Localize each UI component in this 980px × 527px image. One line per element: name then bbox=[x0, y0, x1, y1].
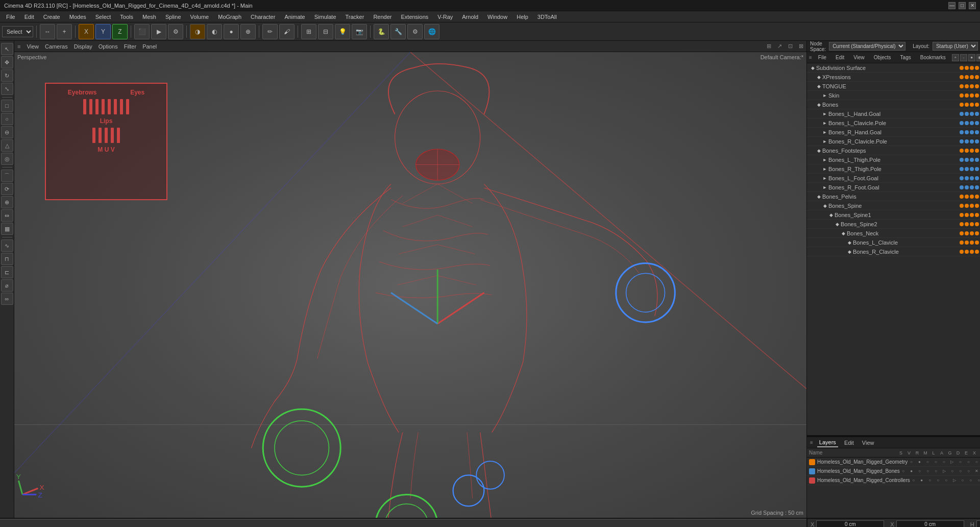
sweep-btn[interactable]: ∞ bbox=[1, 293, 13, 305]
tree-dot[interactable] bbox=[970, 84, 974, 88]
tree-dot[interactable] bbox=[975, 149, 979, 153]
menu-item-simulate[interactable]: Simulate bbox=[310, 13, 340, 21]
menu-item-window[interactable]: Window bbox=[483, 13, 511, 21]
layer-row[interactable]: Homeless_Old_Man_Rigged_Geometry○●○○○▷○○… bbox=[807, 458, 980, 467]
layer-icon-7[interactable]: ○ bbox=[965, 459, 972, 466]
move-tool-btn[interactable]: ↔ bbox=[40, 24, 55, 39]
tree-dot[interactable] bbox=[960, 176, 964, 180]
tree-dot[interactable] bbox=[960, 121, 964, 125]
layer-icon-8[interactable]: ○ bbox=[975, 477, 980, 484]
tree-dot[interactable] bbox=[970, 176, 974, 180]
play-btn[interactable]: ▶ bbox=[151, 24, 166, 39]
tree-dot[interactable] bbox=[965, 231, 969, 235]
menu-item-edit[interactable]: Edit bbox=[20, 13, 38, 21]
rp-icon-4[interactable]: ◉ bbox=[976, 54, 980, 61]
tree-item[interactable]: ◆Bones_R_Clavicle bbox=[807, 247, 980, 256]
rig-slider-8[interactable] bbox=[126, 99, 129, 114]
array-btn[interactable]: ▦ bbox=[1, 223, 13, 235]
menu-item-create[interactable]: Create bbox=[39, 13, 64, 21]
x2-pos-input[interactable] bbox=[896, 520, 964, 528]
tree-dot[interactable] bbox=[965, 204, 969, 208]
tree-item[interactable]: ◆Bones_Spine bbox=[807, 201, 980, 210]
tree-dot[interactable] bbox=[975, 66, 979, 70]
tree-dot[interactable] bbox=[960, 103, 964, 107]
sphere-btn[interactable]: ○ bbox=[1, 113, 13, 125]
tree-dot[interactable] bbox=[965, 149, 969, 153]
tree-item[interactable]: ►Bones_L_Clavicle.Pole bbox=[807, 118, 980, 128]
tree-dot[interactable] bbox=[970, 231, 974, 235]
layer-row[interactable]: Homeless_Old_Man_Rigged_Controllers○●○○○… bbox=[807, 476, 980, 485]
tree-item[interactable]: ►Skin bbox=[807, 91, 980, 100]
tree-dot[interactable] bbox=[960, 231, 964, 235]
add-btn[interactable]: + bbox=[57, 24, 72, 39]
view-menu[interactable]: View bbox=[27, 43, 39, 50]
menu-item-file[interactable]: File bbox=[2, 13, 19, 21]
py1-btn[interactable]: 🐍 bbox=[374, 24, 389, 39]
tree-dot[interactable] bbox=[965, 103, 969, 107]
tree-dot[interactable] bbox=[970, 250, 974, 254]
layer-icon-0[interactable]: ○ bbox=[900, 468, 907, 475]
tree-dot[interactable] bbox=[960, 93, 964, 98]
obj2-btn[interactable]: ◐ bbox=[207, 24, 222, 39]
menu-item-tools[interactable]: Tools bbox=[116, 13, 137, 21]
tree-dot[interactable] bbox=[975, 231, 979, 235]
rig-slider-7[interactable] bbox=[120, 99, 123, 114]
tree-dot[interactable] bbox=[975, 139, 979, 143]
tree-dot[interactable] bbox=[965, 195, 969, 199]
settings-btn[interactable]: ⚙ bbox=[168, 24, 183, 39]
rp-icon-3[interactable]: ● bbox=[968, 54, 975, 61]
obj3-btn[interactable]: ● bbox=[224, 24, 239, 39]
tree-dot[interactable] bbox=[965, 250, 969, 254]
tree-dot[interactable] bbox=[975, 121, 979, 125]
node-space-select[interactable]: Current (Standard/Physical) bbox=[829, 42, 905, 51]
globe-btn[interactable]: 🌐 bbox=[424, 24, 439, 39]
tree-dot[interactable] bbox=[960, 213, 964, 217]
cam-btn[interactable]: 📷 bbox=[352, 24, 367, 39]
tree-dot[interactable] bbox=[975, 204, 979, 208]
bend-btn[interactable]: ⌒ bbox=[1, 170, 13, 182]
tree-dot[interactable] bbox=[970, 213, 974, 217]
disk-btn[interactable]: ◎ bbox=[1, 153, 13, 165]
tab-view[interactable]: View bbox=[849, 54, 869, 61]
rp-icon-1[interactable]: + bbox=[952, 54, 959, 61]
timeline-track[interactable] bbox=[0, 519, 806, 527]
tree-dot[interactable] bbox=[960, 158, 964, 162]
rig-slider-3[interactable] bbox=[95, 99, 99, 114]
rig-slider-11[interactable] bbox=[105, 128, 108, 143]
tree-dot[interactable] bbox=[975, 112, 979, 116]
tree-dot[interactable] bbox=[965, 75, 969, 79]
tree-dot[interactable] bbox=[975, 103, 979, 107]
layers-tab-view[interactable]: View bbox=[860, 439, 876, 447]
layer-icon-3[interactable]: ○ bbox=[924, 468, 932, 475]
tree-dot[interactable] bbox=[970, 121, 974, 125]
tree-dot[interactable] bbox=[975, 75, 979, 79]
lathe-btn[interactable]: ⌀ bbox=[1, 279, 13, 292]
layer-icon-5[interactable]: ▷ bbox=[951, 477, 958, 484]
menu-item-mograph[interactable]: MoGraph bbox=[214, 13, 246, 21]
tree-dot[interactable] bbox=[970, 222, 974, 226]
tree-dot[interactable] bbox=[970, 195, 974, 199]
layer-icon-1[interactable]: ● bbox=[916, 459, 923, 466]
menu-item-render[interactable]: Render bbox=[369, 13, 396, 21]
y-mode-btn[interactable]: Y bbox=[95, 24, 111, 39]
tree-item[interactable]: ◆TONGUE bbox=[807, 82, 980, 91]
layer-icon-5[interactable]: ▷ bbox=[948, 459, 955, 466]
rig-slider-1[interactable] bbox=[83, 99, 86, 114]
tree-dot[interactable] bbox=[975, 176, 979, 180]
tree-dot[interactable] bbox=[965, 112, 969, 116]
menu-item-modes[interactable]: Modes bbox=[65, 13, 90, 21]
tree-dot[interactable] bbox=[970, 185, 974, 189]
layers-tab-edit[interactable]: Edit bbox=[842, 439, 856, 447]
tree-item[interactable]: ►Bones_L_Thigh.Pole bbox=[807, 155, 980, 164]
tree-dot[interactable] bbox=[970, 103, 974, 107]
tree-dot[interactable] bbox=[975, 250, 979, 254]
tree-dot[interactable] bbox=[975, 130, 979, 134]
model-btn[interactable]: ⬛ bbox=[134, 24, 150, 39]
tab-bookmarks[interactable]: Bookmarks bbox=[916, 54, 950, 61]
spline-btn[interactable]: ∿ bbox=[1, 239, 13, 252]
tab-edit[interactable]: Edit bbox=[831, 54, 848, 61]
menu-item-mesh[interactable]: Mesh bbox=[138, 13, 160, 21]
grid-btn[interactable]: ⊞ bbox=[301, 24, 316, 39]
tab-objects[interactable]: Objects bbox=[870, 54, 895, 61]
tree-item[interactable]: ◆Bones_Spine1 bbox=[807, 210, 980, 220]
